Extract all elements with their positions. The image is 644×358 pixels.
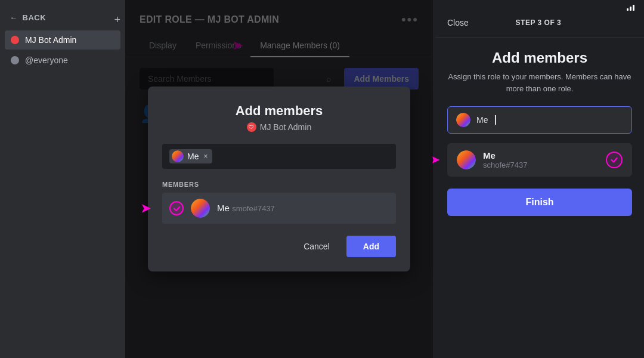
back-icon: ← <box>10 13 18 22</box>
mobile-check-circle[interactable] <box>606 152 623 168</box>
mobile-search-avatar <box>456 113 470 127</box>
finish-button[interactable]: Finish <box>447 189 632 216</box>
modal-overlay: Add members 🛡 MJ Bot Admin Me × MEMBERS <box>125 0 433 358</box>
signal-bar-3 <box>633 5 634 11</box>
cursor <box>495 115 496 125</box>
signal-bar-1 <box>627 8 628 11</box>
role-item-mj-bot-admin[interactable]: MJ Bot Admin <box>5 30 120 50</box>
mobile-search-value: Me <box>476 115 488 125</box>
add-members-modal: Add members 🛡 MJ Bot Admin Me × MEMBERS <box>148 87 410 271</box>
mobile-member-info: Me schofe#7437 <box>483 150 599 169</box>
main-content: EDIT ROLE — MJ BOT ADMIN ••• Display Per… <box>125 0 433 358</box>
signal-bar-2 <box>630 7 631 11</box>
cancel-button[interactable]: Cancel <box>294 236 339 257</box>
member-arrow-indicator: ➤ <box>141 201 151 215</box>
mobile-member-tag: schofe#7437 <box>483 161 599 169</box>
signal-bars <box>627 5 634 11</box>
left-panel: ← BACK + MJ Bot Admin @everyone <box>0 0 125 358</box>
mobile-subtitle: Assign this role to your members. Member… <box>447 71 632 94</box>
mobile-status-bar <box>435 0 644 13</box>
back-button[interactable]: ← BACK <box>5 10 51 26</box>
role-item-everyone[interactable]: @everyone <box>5 51 120 70</box>
confirm-add-button[interactable]: Add <box>346 236 396 257</box>
add-role-button[interactable]: + <box>114 14 120 26</box>
modal-footer: Cancel Add <box>162 236 396 257</box>
mobile-close-button[interactable]: Close <box>447 18 469 27</box>
modal-member-tag: smofe#7437 <box>232 204 275 213</box>
mobile-body: Add members Assign this role to your mem… <box>435 38 644 358</box>
tag-search-input[interactable] <box>217 152 253 161</box>
everyone-label: @everyone <box>25 55 68 65</box>
back-label: BACK <box>23 13 47 22</box>
member-list-item[interactable]: ➤ Me smofe#7437 <box>162 193 396 224</box>
member-check-circle[interactable] <box>169 201 184 215</box>
mobile-page-title: Add members <box>447 50 632 66</box>
mobile-search-box[interactable]: Me <box>447 106 632 134</box>
tag-name: Me <box>187 152 199 161</box>
member-avatar <box>191 199 210 218</box>
member-name: Me <box>217 203 230 213</box>
member-tag: Me × <box>169 149 212 163</box>
tag-input-area[interactable]: Me × <box>162 144 396 169</box>
tag-avatar <box>172 150 184 162</box>
role-name: MJ Bot Admin <box>25 35 76 45</box>
member-info: Me smofe#7437 <box>217 203 275 214</box>
modal-role-icon: 🛡 <box>247 122 256 132</box>
modal-title: Add members <box>162 103 396 119</box>
role-color-dot <box>11 36 19 44</box>
step-indicator: STEP 3 OF 3 <box>516 18 562 27</box>
right-panel-mobile: Close STEP 3 OF 3 Add members Assign thi… <box>435 0 644 358</box>
mobile-member-row[interactable]: Me schofe#7437 ➤ <box>447 143 632 177</box>
remove-tag-button[interactable]: × <box>203 152 208 161</box>
mobile-member-name: Me <box>483 150 599 161</box>
members-section-label: MEMBERS <box>162 181 396 188</box>
mobile-header: Close STEP 3 OF 3 <box>435 13 644 38</box>
everyone-dot <box>11 56 19 64</box>
modal-role-name: MJ Bot Admin <box>260 122 311 132</box>
checkmark-icon <box>173 205 181 212</box>
mobile-checkmark-icon <box>610 156 618 164</box>
modal-role-badge: 🛡 MJ Bot Admin <box>162 122 396 132</box>
mobile-member-avatar <box>457 150 476 169</box>
